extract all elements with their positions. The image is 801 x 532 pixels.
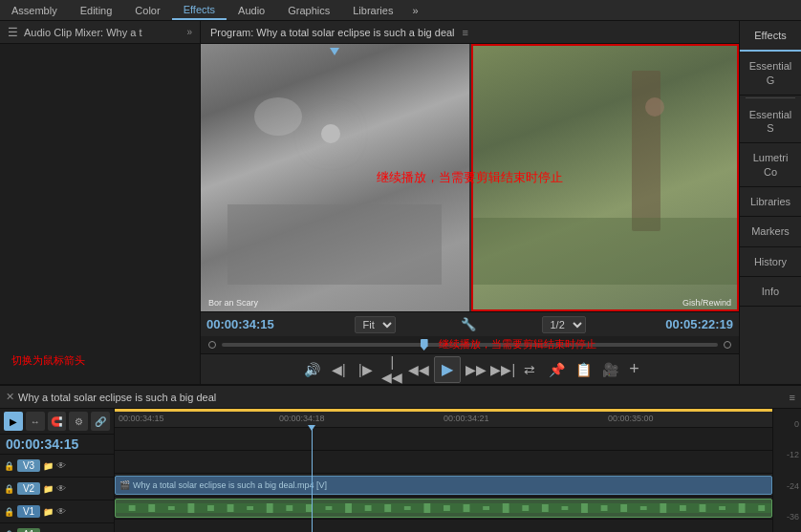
nav-effects[interactable]: Effects <box>172 0 227 20</box>
svg-rect-32 <box>739 503 746 513</box>
left-panel-arrows[interactable]: » <box>186 27 192 37</box>
scrubber-bar[interactable]: 继续播放，当需要剪辑结束时停止 <box>201 336 739 353</box>
time-display-left: 00:00:34:15 <box>206 317 292 331</box>
v2-toggle-icon[interactable]: 📁 <box>43 484 54 494</box>
right-panel-essential-g[interactable]: Essential G <box>740 52 801 96</box>
program-menu-icon[interactable]: ≡ <box>463 27 468 38</box>
v1-clip[interactable]: 🎬 Why a total solar eclipse is such a bi… <box>115 476 772 495</box>
quality-dropdown[interactable]: 1/2 <box>542 316 586 333</box>
timeline-playhead[interactable] <box>312 428 313 532</box>
track-row-a1: 🔒 A1 M S <box>0 523 114 532</box>
transport-add[interactable]: + <box>629 359 639 379</box>
nav-editing[interactable]: Editing <box>69 0 124 20</box>
transport-loop[interactable]: ⇄ <box>518 358 541 381</box>
right-panel-essential-s[interactable]: Essential S <box>740 100 801 144</box>
v1-lock-icon[interactable]: 🔒 <box>4 507 14 517</box>
scrubber-dot-right <box>724 341 731 349</box>
transport-step-back[interactable]: ◀| <box>327 358 350 381</box>
svg-rect-15 <box>404 506 411 510</box>
v3-lock-icon[interactable]: 🔒 <box>4 461 14 471</box>
playhead-marker <box>330 48 339 55</box>
right-panel-markers[interactable]: Markers <box>740 217 801 246</box>
transport-overwrite[interactable]: 📋 <box>572 358 595 381</box>
svg-rect-27 <box>640 506 647 510</box>
svg-rect-20 <box>503 503 509 513</box>
audio-waveform <box>116 500 771 517</box>
fit-dropdown[interactable]: Fit <box>355 316 396 333</box>
right-panel-history[interactable]: History <box>740 247 801 277</box>
controls-bar: 00:00:34:15 Fit 🔧 1/2 00:05:22:19 <box>201 311 739 336</box>
scale-1: -12 <box>787 450 799 459</box>
transport-insert[interactable]: 📌 <box>545 358 568 381</box>
right-panel: Effects Essential G Essential S Lumetri … <box>739 21 801 384</box>
tl-select-tool[interactable]: ▶ <box>4 412 23 431</box>
vid-overlay-left: Bor an Scary <box>208 298 258 308</box>
left-panel-menu-icon[interactable]: ☰ <box>8 26 18 39</box>
timecode-mark-3: 00:00:35:00 <box>608 414 654 423</box>
timeline-left-controls: ▶ ↔ 🧲 ⚙ 🔗 00:00:34:15 🔒 V3 📁 👁 🔒 V2 <box>0 409 115 532</box>
svg-rect-4 <box>187 503 194 513</box>
top-nav: Assembly Editing Color Effects Audio Gra… <box>0 0 801 21</box>
v2-lock-icon[interactable]: 🔒 <box>4 484 14 494</box>
nav-assembly[interactable]: Assembly <box>0 0 69 20</box>
transport-export[interactable]: 🎥 <box>598 358 621 381</box>
transport-step-fwd[interactable]: |▶ <box>354 358 377 381</box>
v3-eye-icon[interactable]: 👁 <box>56 460 66 471</box>
svg-rect-22 <box>542 504 549 512</box>
transport-prev-edit[interactable]: |◀◀ <box>380 358 403 381</box>
v3-toggle-icon[interactable]: 📁 <box>43 461 54 471</box>
nav-libraries[interactable]: Libraries <box>341 0 404 20</box>
right-panel-libraries[interactable]: Libraries <box>740 187 801 217</box>
transport-rewind[interactable]: ◀◀ <box>407 358 430 381</box>
main-area: ☰ Audio Clip Mixer: Why a t » Program: W… <box>0 21 801 384</box>
wrench-icon[interactable]: 🔧 <box>461 317 476 331</box>
a1-clip[interactable] <box>115 499 772 518</box>
nav-more[interactable]: » <box>404 3 425 18</box>
svg-rect-11 <box>326 506 333 510</box>
program-header: Program: Why a total solar eclipse is su… <box>201 21 739 44</box>
v1-track[interactable]: 🎬 Why a total solar eclipse is such a bi… <box>115 474 772 497</box>
svg-rect-30 <box>700 504 706 512</box>
transport-ff[interactable]: ▶▶ <box>465 358 487 381</box>
svg-rect-12 <box>345 503 352 513</box>
svg-rect-28 <box>660 503 666 513</box>
right-panel-lumetri[interactable]: Lumetri Co <box>740 143 801 187</box>
right-panel-effects[interactable]: Effects <box>740 21 801 52</box>
timeline-menu-icon[interactable]: ≡ <box>790 392 795 403</box>
timeline-title: Why a total solar eclipse is such a big … <box>18 392 790 403</box>
playhead-diamond <box>308 425 315 431</box>
timeline-track-area: 00:00:34:15 00:00:34:18 00:00:34:21 00:0… <box>115 409 772 532</box>
svg-rect-9 <box>286 505 292 511</box>
nav-audio[interactable]: Audio <box>227 0 276 20</box>
v1-eye-icon[interactable]: 👁 <box>56 506 66 517</box>
svg-rect-17 <box>444 505 450 511</box>
svg-rect-33 <box>758 505 765 511</box>
playback-buttons: 🔊 ◀| |▶ |◀◀ ◀◀ ▶ ▶▶ ▶▶| ⇄ 📌 📋 🎥 + <box>201 353 739 384</box>
svg-rect-31 <box>719 506 725 510</box>
svg-rect-5 <box>207 505 214 511</box>
svg-rect-8 <box>267 503 273 513</box>
v1-toggle-icon[interactable]: 📁 <box>43 507 54 517</box>
tl-linked-tool[interactable]: 🔗 <box>91 412 110 431</box>
svg-rect-1 <box>129 505 136 511</box>
v3-track[interactable] <box>115 428 772 451</box>
tl-ripple-tool[interactable]: ↔ <box>26 412 45 431</box>
nav-graphics[interactable]: Graphics <box>276 0 341 20</box>
scrubber-thumb[interactable] <box>421 339 428 351</box>
scrubber-track[interactable] <box>222 343 718 347</box>
tl-magnet-tool[interactable]: 🧲 <box>48 412 67 431</box>
video-area: Bor an Scary Gish/Rewind 继续播放，当需要剪辑结束 <box>201 44 739 311</box>
tl-settings-tool[interactable]: ⚙ <box>69 412 88 431</box>
timeline-header: ✕ Why a total solar eclipse is such a bi… <box>0 386 801 409</box>
svg-rect-29 <box>680 505 686 511</box>
timeline-close-icon[interactable]: ✕ <box>6 391 14 403</box>
nav-color[interactable]: Color <box>123 0 171 20</box>
v2-track[interactable] <box>115 451 772 474</box>
right-panel-info[interactable]: Info <box>740 277 801 307</box>
transport-play[interactable]: ▶ <box>434 356 461 383</box>
track-row-v1: 🔒 V1 📁 👁 <box>0 500 114 523</box>
a1-track[interactable] <box>115 497 772 520</box>
transport-next-edit[interactable]: ▶▶| <box>491 358 514 381</box>
transport-to-start[interactable]: 🔊 <box>300 358 323 381</box>
v2-eye-icon[interactable]: 👁 <box>56 483 66 494</box>
